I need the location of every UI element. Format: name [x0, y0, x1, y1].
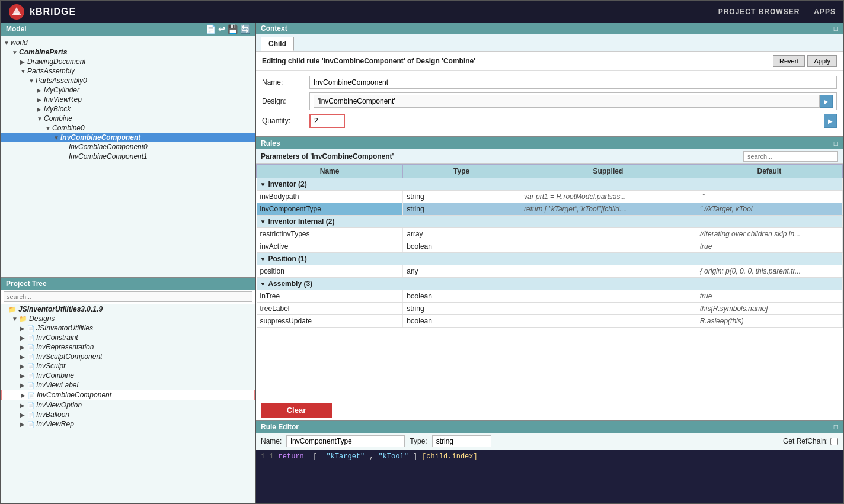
- rule-editor-name-input[interactable]: [286, 435, 405, 447]
- project-tree-row[interactable]: ▶📄InvSculptComponent: [1, 352, 255, 361]
- project-toggle[interactable]: ▶: [20, 363, 27, 370]
- group-row[interactable]: ▼Position (1): [257, 253, 843, 265]
- model-section: Model 📄 ↩ 💾 🔄 ▼world▼CombineParts▶Drawin…: [1, 23, 255, 278]
- tree-toggle[interactable]: ▼: [12, 49, 19, 56]
- project-toggle[interactable]: ▼: [12, 316, 19, 322]
- project-toggle[interactable]: ▶: [20, 382, 27, 389]
- rule-editor-name-label: Name:: [261, 437, 282, 445]
- project-tree-row[interactable]: ▶📄JSInventorUtilities: [1, 323, 255, 333]
- tree-toggle[interactable]: ▼: [53, 134, 60, 141]
- table-row[interactable]: suppressUpdatebooleanR.asleep(this): [257, 315, 843, 328]
- model-tree-row[interactable]: ▼InvCombineComponent: [1, 133, 255, 142]
- col-name: Name: [257, 165, 403, 178]
- design-input[interactable]: [314, 95, 820, 108]
- model-tree-row[interactable]: ▶MyCylinder: [1, 85, 255, 95]
- project-toggle[interactable]: ▶: [20, 373, 27, 379]
- project-tree-row[interactable]: ▶📄InvConstraint: [1, 333, 255, 342]
- param-type: string: [403, 203, 520, 216]
- name-input[interactable]: [309, 76, 837, 89]
- tree-toggle[interactable]: ▶: [20, 59, 27, 65]
- tree-label: CombineParts: [19, 48, 67, 56]
- model-tree-row[interactable]: ▶MyBlock: [1, 104, 255, 114]
- project-tree-row[interactable]: ▶📄InvCombine: [1, 371, 255, 380]
- project-toggle[interactable]: ▶: [20, 402, 27, 409]
- model-tree-row[interactable]: ▼CombineParts: [1, 47, 255, 57]
- tree-label: world: [11, 38, 28, 47]
- rules-minimize-icon[interactable]: □: [834, 139, 838, 147]
- context-tab-child[interactable]: Child: [261, 37, 294, 51]
- project-tree-row[interactable]: ▼📁Designs: [1, 314, 255, 323]
- project-tree-row[interactable]: ▶📄InvBalloon: [1, 410, 255, 419]
- project-toggle[interactable]: ▶: [20, 421, 27, 428]
- table-row[interactable]: invBodypathstringvar prt1 = R.rootModel.…: [257, 191, 843, 203]
- param-name: treeLabel: [257, 303, 403, 315]
- context-fields: Name: Design: ▶ Quantity:: [256, 71, 843, 136]
- tree-label: PartsAssembly: [27, 67, 75, 75]
- project-tree-row[interactable]: ▶📄InvSculpt: [1, 361, 255, 371]
- tree-toggle[interactable]: ▶: [37, 97, 44, 103]
- project-label: InvViewRep: [36, 420, 74, 428]
- project-tree-row[interactable]: ▶📄InvViewRep: [1, 419, 255, 429]
- revert-button[interactable]: Revert: [773, 55, 805, 67]
- tree-toggle[interactable]: ▶: [37, 106, 44, 113]
- clear-button[interactable]: Clear: [261, 403, 332, 418]
- project-toggle[interactable]: ▶: [21, 392, 28, 399]
- project-toggle[interactable]: ▶: [20, 335, 27, 341]
- refchain-checkbox[interactable]: [830, 438, 838, 445]
- rule-editor-type-input[interactable]: [432, 435, 491, 447]
- rules-search-input[interactable]: [743, 151, 838, 162]
- quantity-expand-button[interactable]: ▶: [824, 114, 837, 128]
- model-tree-row[interactable]: ▶InvViewRep: [1, 95, 255, 104]
- model-icon-refresh[interactable]: 🔄: [240, 24, 250, 34]
- tree-toggle[interactable]: ▼: [4, 40, 11, 46]
- project-tree-row[interactable]: ▶📄InvViewLabel: [1, 380, 255, 390]
- group-toggle: ▼: [260, 219, 266, 225]
- table-row[interactable]: restrictInvTypesarray//Iterating over ch…: [257, 228, 843, 240]
- tree-toggle[interactable]: ▼: [37, 115, 44, 122]
- apply-button[interactable]: Apply: [807, 55, 837, 67]
- quantity-input[interactable]: [309, 114, 345, 128]
- param-default: true: [696, 290, 842, 303]
- nav-project-browser[interactable]: PROJECT BROWSER: [718, 8, 800, 16]
- group-row[interactable]: ▼Inventor Internal (2): [257, 216, 843, 228]
- project-toggle[interactable]: ▶: [20, 354, 27, 360]
- context-minimize-icon[interactable]: □: [834, 24, 838, 33]
- model-tree-row[interactable]: ▼PartsAssembly0: [1, 76, 255, 85]
- table-row[interactable]: invComponentTypestringreturn [ "kTarget"…: [257, 203, 843, 216]
- rule-editor-content[interactable]: i 1 return [ "kTarget" , "kTool" ] [chil…: [256, 450, 843, 503]
- table-row[interactable]: treeLabelstringthis[R.symbols.name]: [257, 303, 843, 315]
- project-tree: 📁JSInventorUtilities3.0.1.9▼📁Designs▶📄JS…: [1, 304, 255, 503]
- design-expand-button[interactable]: ▶: [820, 95, 833, 108]
- project-root-row[interactable]: 📁JSInventorUtilities3.0.1.9: [1, 304, 255, 314]
- project-toggle[interactable]: ▶: [20, 325, 27, 332]
- group-row[interactable]: ▼Assembly (3): [257, 278, 843, 290]
- project-search-bar: [1, 290, 255, 304]
- group-row[interactable]: ▼Inventor (2): [257, 178, 843, 191]
- project-search-input[interactable]: [4, 291, 252, 302]
- tree-toggle[interactable]: ▶: [37, 87, 44, 94]
- model-tree-row[interactable]: InvCombineComponent1: [1, 152, 255, 161]
- nav-apps[interactable]: APPS: [814, 8, 836, 16]
- tree-toggle[interactable]: ▼: [28, 78, 36, 84]
- project-toggle[interactable]: ▶: [20, 412, 27, 418]
- project-tree-row[interactable]: ▶📄InvRepresentation: [1, 342, 255, 352]
- model-tree-row[interactable]: InvCombineComponent0: [1, 142, 255, 152]
- project-toggle[interactable]: ▶: [20, 344, 27, 351]
- model-icon-save[interactable]: 💾: [228, 24, 238, 34]
- model-tree-row[interactable]: ▼Combine0: [1, 123, 255, 133]
- tree-toggle[interactable]: ▼: [20, 68, 27, 75]
- project-tree-row[interactable]: ▶📄InvViewOption: [1, 400, 255, 410]
- tree-toggle[interactable]: ▼: [45, 125, 52, 131]
- model-icon-undo[interactable]: ↩: [218, 24, 225, 34]
- model-icon-doc[interactable]: 📄: [206, 24, 216, 34]
- rule-editor-minimize-icon[interactable]: □: [834, 423, 838, 431]
- param-name: invComponentType: [257, 203, 403, 216]
- model-tree-row[interactable]: ▼world: [1, 38, 255, 47]
- table-row[interactable]: positionany{ origin: p(0, 0, 0, this.par…: [257, 265, 843, 278]
- model-tree-row[interactable]: ▶DrawingDocument: [1, 57, 255, 66]
- table-row[interactable]: invActivebooleantrue: [257, 240, 843, 253]
- project-tree-row[interactable]: ▶📄InvCombineComponent: [1, 390, 255, 400]
- model-tree-row[interactable]: ▼PartsAssembly: [1, 66, 255, 76]
- table-row[interactable]: inTreebooleantrue: [257, 290, 843, 303]
- model-tree-row[interactable]: ▼Combine: [1, 114, 255, 123]
